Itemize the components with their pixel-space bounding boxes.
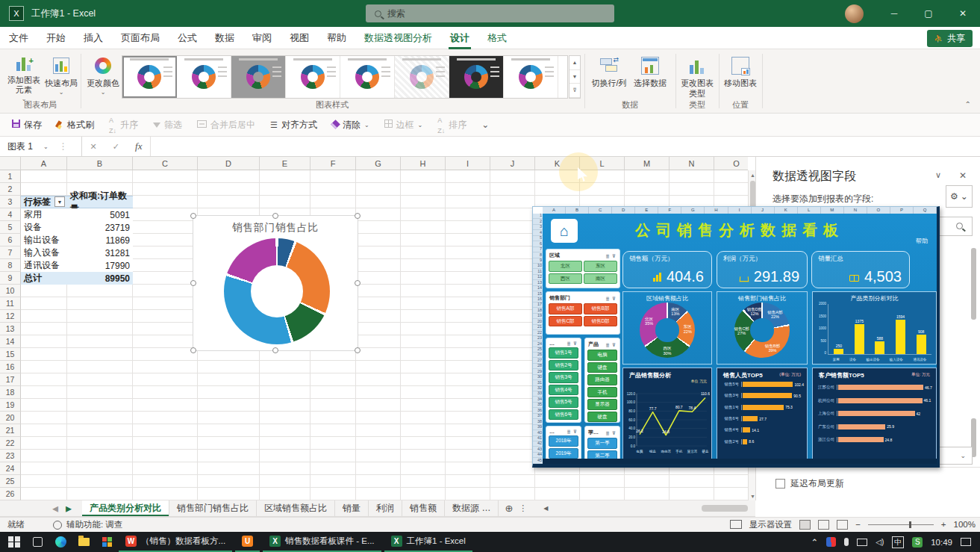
ribbon-button-选择数据[interactable]: 选择数据 [631, 54, 670, 103]
row-header-26[interactable]: 26 [0, 488, 21, 500]
sheet-tab-产品类别分析对比[interactable]: 产品类别分析对比 [82, 500, 169, 516]
enter-icon[interactable]: ✓ [113, 142, 119, 152]
chart-style-thumbnail-6[interactable] [395, 56, 449, 98]
menu-tab-页面布局[interactable]: 页面布局 [112, 27, 169, 49]
row-header-6[interactable]: 6 [0, 234, 21, 246]
slicer-…[interactable]: …≣ ⊽销售1号销售2号销售3号销售4号销售5号销售6号 [546, 338, 581, 423]
slicer-button-销售D部[interactable]: 销售D部 [584, 316, 617, 327]
slicer-销售部门[interactable]: 销售部门≣ ⊽销售A部销售B部销售C部销售D部 [546, 291, 620, 335]
name-box[interactable]: 图表 1 ⌄ ⋮ [0, 137, 82, 156]
taskbar-app-（销售）数据看板方...[interactable]: W（销售）数据看板方... [119, 532, 232, 552]
action-center-icon[interactable] [961, 538, 971, 546]
slicer-button-销售5号[interactable]: 销售5号 [549, 397, 578, 408]
column-header-A[interactable]: A [21, 157, 67, 170]
pivot-row-value[interactable]: 11869 [67, 234, 133, 246]
row-headers[interactable]: 1234567891011121314151617181920212223242… [0, 170, 21, 500]
store-icon[interactable] [98, 533, 116, 551]
row-header-20[interactable]: 20 [0, 412, 21, 424]
ribbon-button-更改图表类型[interactable]: 更改图表类型 [678, 54, 717, 103]
column-header-C[interactable]: C [133, 157, 198, 170]
file-explorer-icon[interactable] [75, 533, 93, 551]
selection-handle[interactable] [355, 280, 361, 286]
column-header-F[interactable]: F [310, 157, 356, 170]
menu-tab-视图[interactable]: 视图 [281, 27, 318, 49]
speaker-icon[interactable]: ◁) [876, 538, 884, 546]
column-header-B[interactable]: B [67, 157, 133, 170]
help-link[interactable]: 帮助 [916, 237, 928, 245]
gallery-more-icon[interactable]: ⊽ [569, 84, 580, 98]
defer-layout-checkbox[interactable]: 延迟布局更新 [775, 477, 844, 490]
column-header-D[interactable]: D [198, 157, 260, 170]
maximize-button[interactable]: ▢ [911, 0, 946, 27]
quickbar-保存[interactable]: 保存 [6, 117, 48, 134]
row-header-14[interactable]: 14 [0, 335, 21, 348]
quickbar-清除[interactable]: 清除⌄ [326, 117, 375, 134]
menu-tab-审阅[interactable]: 审阅 [243, 27, 281, 49]
pivot-row-value[interactable]: 17990 [67, 259, 133, 272]
ribbon-button-更改颜色[interactable]: 更改颜色⌄ [84, 54, 122, 103]
start-button[interactable] [5, 533, 23, 551]
slicer-button-键盘[interactable]: 键盘 [587, 362, 617, 373]
row-header-7[interactable]: 7 [0, 246, 21, 259]
quickbar-格式刷[interactable]: 格式刷 [51, 117, 100, 134]
gallery-down-icon[interactable]: ▼ [569, 70, 580, 84]
slicer-button-销售3号[interactable]: 销售3号 [549, 372, 578, 383]
menu-tab-公式[interactable]: 公式 [169, 27, 206, 49]
pane-tools-button[interactable]: ⚙ ⌄ [946, 185, 973, 208]
menu-tab-文件[interactable]: 文件 [0, 27, 37, 49]
menu-tab-数据透视图分析[interactable]: 数据透视图分析 [355, 27, 441, 49]
checkbox-icon[interactable] [775, 479, 785, 489]
slicer-button-销售2号[interactable]: 销售2号 [549, 360, 578, 371]
slicer-button-北区[interactable]: 北区 [549, 261, 582, 272]
slicer-button-显示器[interactable]: 显示器 [587, 399, 617, 410]
slicer-button-手机[interactable]: 手机 [587, 387, 617, 398]
tray-expand-icon[interactable]: ⌃ [811, 537, 819, 548]
gallery-scroll-buttons[interactable]: ▲▼⊽ [569, 55, 581, 99]
zoom-slider[interactable] [868, 524, 934, 525]
sheet-tab-数据源 …[interactable]: 数据源 … [445, 500, 499, 516]
slicer-button-西区[interactable]: 西区 [549, 273, 582, 285]
row-header-17[interactable]: 17 [0, 373, 21, 386]
slicer-button-销售6号[interactable]: 销售6号 [549, 409, 578, 421]
row-header-24[interactable]: 24 [0, 462, 21, 475]
ime-icon[interactable]: 中 [892, 536, 904, 548]
slicer-button-南区[interactable]: 南区 [584, 273, 617, 285]
clock[interactable]: 10:49 [931, 538, 952, 547]
pivot-chart-object[interactable]: 销售部门销售占比 [193, 215, 358, 351]
column-header-J[interactable]: J [490, 157, 535, 170]
pivot-row-value[interactable]: 23719 [67, 221, 133, 234]
page-layout-view-icon[interactable] [818, 520, 829, 530]
chart-style-thumbnail-7[interactable] [449, 56, 504, 98]
chart-title[interactable]: 销售部门销售占比 [193, 221, 358, 235]
avatar[interactable] [845, 4, 864, 23]
column-header-I[interactable]: I [446, 157, 490, 170]
menu-tab-格式[interactable]: 格式 [478, 27, 516, 49]
row-header-25[interactable]: 25 [0, 475, 21, 488]
cancel-icon[interactable]: ✕ [90, 142, 97, 152]
chart-style-thumbnail-5[interactable] [340, 56, 395, 98]
task-view-button[interactable] [28, 533, 46, 551]
slicer-区域[interactable]: 区域≣ ⊽北区东区西区南区 [546, 249, 620, 288]
pivot-row-label[interactable]: 设备 [21, 221, 67, 234]
row-header-4[interactable]: 4 [0, 208, 21, 221]
tray-app-icon[interactable] [826, 537, 836, 547]
slicer-button-销售A部[interactable]: 销售A部 [549, 303, 582, 314]
row-header-15[interactable]: 15 [0, 348, 21, 361]
pivot-row-label[interactable]: 输入设备 [21, 246, 67, 259]
selection-handle[interactable] [272, 213, 278, 219]
taskbar-app-icon[interactable]: U [235, 532, 260, 552]
row-header-12[interactable]: 12 [0, 310, 21, 323]
pivot-row-label[interactable]: 输出设备 [21, 234, 67, 246]
filter-dropdown-icon[interactable]: ▼ [54, 196, 65, 207]
row-header-13[interactable]: 13 [0, 323, 21, 335]
slicer-button-东区[interactable]: 东区 [584, 261, 617, 272]
pivot-row-label[interactable]: 家用 [21, 208, 67, 221]
pane-collapse-icon[interactable]: ∨ [935, 170, 941, 180]
menu-tab-设计[interactable]: 设计 [441, 27, 478, 49]
zoom-in-button[interactable]: + [941, 520, 946, 529]
row-header-22[interactable]: 22 [0, 437, 21, 450]
selection-handle[interactable] [190, 213, 196, 219]
ribbon-button-添加图表元素[interactable]: +添加图表元素⌄ [4, 54, 43, 103]
row-header-3[interactable]: 3 [0, 196, 21, 208]
row-header-21[interactable]: 21 [0, 424, 21, 437]
